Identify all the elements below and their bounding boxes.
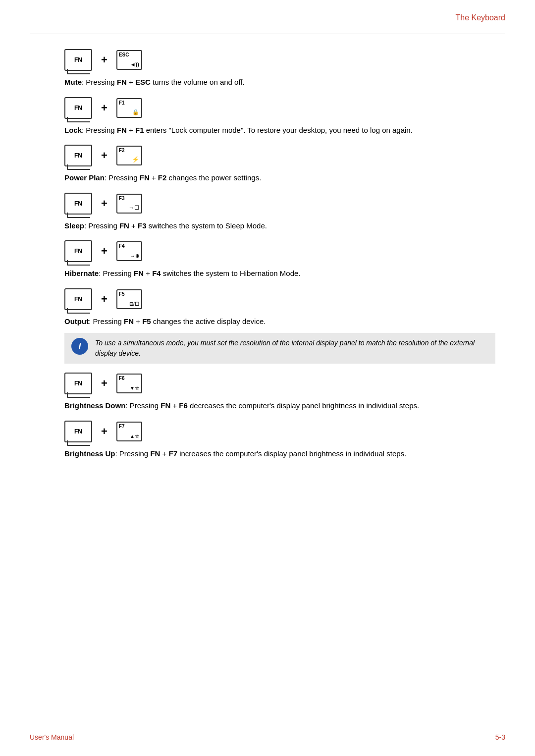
- plus-sleep: +: [101, 197, 107, 210]
- desc-hibernate: Hibernate: Pressing FN + F4 switches the…: [64, 268, 495, 279]
- fn-key-powerplan: FN: [64, 145, 92, 166]
- top-rule: [30, 34, 505, 34]
- footer: User's Manual 5-3: [30, 729, 505, 741]
- key-combo-hibernate: FN + F4 →⊕: [64, 240, 495, 262]
- footer-page-number: 5-3: [495, 733, 505, 741]
- plus-brightness-down: +: [101, 377, 107, 390]
- key-combo-brightness-down: FN + F6 ▼☆: [64, 373, 495, 394]
- plus-powerplan: +: [101, 149, 107, 162]
- key-combo-brightness-up: FN + F7 ▲☆: [64, 421, 495, 442]
- fn-key-brightness-down: FN: [64, 373, 92, 394]
- key-combo-output: FN + F5 ⊟/☐: [64, 288, 495, 310]
- f5-key: F5 ⊟/☐: [116, 289, 142, 309]
- desc-output: Output: Pressing FN + F5 changes the act…: [64, 316, 495, 327]
- desc-mute: Mute: Pressing FN + ESC turns the volume…: [64, 77, 495, 88]
- desc-powerplan: Power Plan: Pressing FN + F2 changes the…: [64, 172, 495, 184]
- f7-key: F7 ▲☆: [116, 422, 142, 441]
- footer-manual-label: User's Manual: [30, 733, 74, 741]
- fn-label-brightness-up: FN: [74, 428, 82, 435]
- section-sleep: FN + F3 →☐ Sleep: Pressing FN + F3 switc…: [64, 193, 495, 232]
- fn-label-brightness-down: FN: [74, 380, 82, 387]
- fn-key-lock: FN: [64, 97, 92, 119]
- esc-key: ESC ◄)): [116, 50, 142, 70]
- plus-hibernate: +: [101, 245, 107, 258]
- section-brightness-up: FN + F7 ▲☆ Brightness Up: Pressing FN + …: [64, 421, 495, 460]
- f4-key: F4 →⊕: [116, 241, 142, 261]
- fn-label: FN: [74, 56, 82, 63]
- desc-sleep: Sleep: Pressing FN + F3 switches the sys…: [64, 220, 495, 232]
- main-content: FN + ESC ◄)) Mute: Pressing FN + ESC tur…: [64, 42, 495, 468]
- key-combo-mute: FN + ESC ◄)): [64, 49, 495, 71]
- desc-lock: Lock: Pressing FN + F1 enters "Lock comp…: [64, 125, 495, 136]
- plus-mute: +: [101, 54, 107, 66]
- f6-key: F6 ▼☆: [116, 374, 142, 393]
- fn-label-powerplan: FN: [74, 152, 82, 159]
- info-icon: i: [71, 338, 89, 356]
- plus-output: +: [101, 293, 107, 306]
- plus-brightness-up: +: [101, 425, 107, 438]
- info-circle: i: [71, 338, 88, 355]
- section-hibernate: FN + F4 →⊕ Hibernate: Pressing FN + F4 s…: [64, 240, 495, 279]
- f3-key: F3 →☐: [116, 194, 142, 214]
- fn-key-brightness-up: FN: [64, 421, 92, 442]
- key-combo-lock: FN + F1 🔒: [64, 97, 495, 119]
- plus-lock: +: [101, 102, 107, 114]
- section-lock: FN + F1 🔒 Lock: Pressing FN + F1 enters …: [64, 97, 495, 136]
- fn-key-sleep: FN: [64, 193, 92, 215]
- key-combo-powerplan: FN + F2 ⚡: [64, 145, 495, 166]
- fn-key-output: FN: [64, 288, 92, 310]
- fn-key-mute: FN: [64, 49, 92, 71]
- desc-brightness-up: Brightness Up: Pressing FN + F7 increase…: [64, 448, 495, 460]
- fn-label-lock: FN: [74, 105, 82, 111]
- desc-brightness-down: Brightness Down: Pressing FN + F6 decrea…: [64, 400, 495, 412]
- section-brightness-down: FN + F6 ▼☆ Brightness Down: Pressing FN …: [64, 373, 495, 412]
- fn-label-sleep: FN: [74, 200, 82, 207]
- page-header: The Keyboard: [455, 13, 505, 22]
- fn-key-hibernate: FN: [64, 240, 92, 262]
- section-powerplan: FN + F2 ⚡ Power Plan: Pressing FN + F2 c…: [64, 145, 495, 184]
- section-output: FN + F5 ⊟/☐ Output: Pressing FN + F5 cha…: [64, 288, 495, 364]
- info-box-output: i To use a simultaneous mode, you must s…: [64, 333, 495, 364]
- f2-key: F2 ⚡: [116, 146, 142, 165]
- f1-key: F1 🔒: [116, 98, 142, 118]
- info-text-output: To use a simultaneous mode, you must set…: [95, 338, 488, 359]
- fn-label-output: FN: [74, 296, 82, 303]
- section-mute: FN + ESC ◄)) Mute: Pressing FN + ESC tur…: [64, 49, 495, 88]
- fn-label-hibernate: FN: [74, 248, 82, 255]
- key-combo-sleep: FN + F3 →☐: [64, 193, 495, 215]
